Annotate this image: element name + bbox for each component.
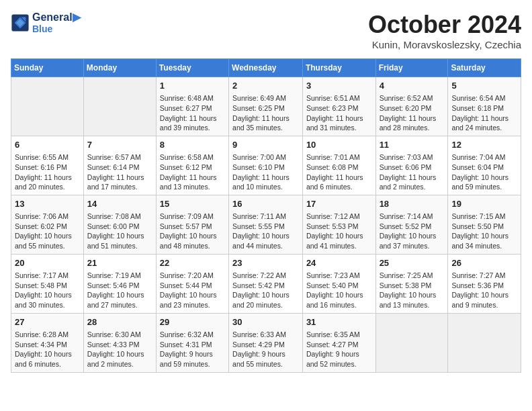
- header-saturday: Saturday: [448, 59, 521, 77]
- calendar-cell: 1Sunrise: 6:48 AMSunset: 6:27 PMDaylight…: [156, 77, 228, 136]
- day-info: Sunrise: 7:14 AMSunset: 5:52 PMDaylight:…: [380, 212, 445, 251]
- calendar-header: SundayMondayTuesdayWednesdayThursdayFrid…: [11, 59, 521, 77]
- day-info: Sunrise: 6:33 AMSunset: 4:29 PMDaylight:…: [232, 330, 299, 369]
- day-number: 20: [15, 257, 80, 269]
- calendar-cell: 8Sunrise: 6:58 AMSunset: 6:12 PMDaylight…: [156, 136, 228, 195]
- day-number: 5: [451, 80, 517, 92]
- day-number: 28: [87, 316, 152, 328]
- header-friday: Friday: [375, 59, 448, 77]
- calendar-cell: 10Sunrise: 7:01 AMSunset: 6:08 PMDayligh…: [302, 136, 375, 195]
- calendar-cell: 29Sunrise: 6:32 AMSunset: 4:31 PMDayligh…: [156, 313, 228, 372]
- day-info: Sunrise: 7:12 AMSunset: 5:53 PMDaylight:…: [306, 212, 372, 251]
- logo: General▶ Blue: [11, 11, 81, 34]
- day-info: Sunrise: 7:15 AMSunset: 5:50 PMDaylight:…: [451, 212, 517, 251]
- day-info: Sunrise: 6:52 AMSunset: 6:20 PMDaylight:…: [380, 93, 445, 133]
- day-number: 8: [160, 139, 225, 151]
- day-info: Sunrise: 7:03 AMSunset: 6:06 PMDaylight:…: [380, 152, 445, 192]
- calendar-cell: 21Sunrise: 7:19 AMSunset: 5:46 PMDayligh…: [83, 254, 156, 313]
- day-number: 29: [160, 316, 225, 328]
- calendar-cell: 24Sunrise: 7:23 AMSunset: 5:40 PMDayligh…: [302, 254, 375, 313]
- calendar-cell: 23Sunrise: 7:22 AMSunset: 5:42 PMDayligh…: [229, 254, 303, 313]
- logo-icon: [11, 13, 30, 32]
- calendar-cell: 4Sunrise: 6:52 AMSunset: 6:20 PMDaylight…: [375, 77, 448, 136]
- header-sunday: Sunday: [11, 59, 84, 77]
- calendar-cell: 9Sunrise: 7:00 AMSunset: 6:10 PMDaylight…: [229, 136, 303, 195]
- day-info: Sunrise: 7:27 AMSunset: 5:36 PMDaylight:…: [451, 271, 517, 310]
- day-number: 11: [380, 139, 445, 151]
- day-info: Sunrise: 6:57 AMSunset: 6:14 PMDaylight:…: [87, 152, 152, 192]
- day-number: 23: [232, 257, 299, 269]
- calendar-cell: [448, 313, 521, 372]
- calendar-cell: 13Sunrise: 7:06 AMSunset: 6:02 PMDayligh…: [11, 195, 84, 254]
- calendar-cell: [11, 77, 84, 136]
- calendar-cell: 20Sunrise: 7:17 AMSunset: 5:48 PMDayligh…: [11, 254, 84, 313]
- calendar-cell: 3Sunrise: 6:51 AMSunset: 6:23 PMDaylight…: [302, 77, 375, 136]
- day-info: Sunrise: 6:51 AMSunset: 6:23 PMDaylight:…: [306, 93, 372, 133]
- header-thursday: Thursday: [302, 59, 375, 77]
- day-info: Sunrise: 6:48 AMSunset: 6:27 PMDaylight:…: [160, 93, 225, 133]
- calendar-cell: 14Sunrise: 7:08 AMSunset: 6:00 PMDayligh…: [83, 195, 156, 254]
- calendar-cell: 26Sunrise: 7:27 AMSunset: 5:36 PMDayligh…: [448, 254, 521, 313]
- day-number: 26: [451, 257, 517, 269]
- day-number: 1: [160, 80, 225, 92]
- day-number: 13: [15, 198, 80, 210]
- header-tuesday: Tuesday: [156, 59, 228, 77]
- day-info: Sunrise: 6:55 AMSunset: 6:16 PMDaylight:…: [15, 152, 80, 192]
- day-number: 27: [15, 316, 80, 328]
- day-info: Sunrise: 6:58 AMSunset: 6:12 PMDaylight:…: [160, 152, 225, 192]
- calendar-cell: 22Sunrise: 7:20 AMSunset: 5:44 PMDayligh…: [156, 254, 228, 313]
- calendar-cell: 2Sunrise: 6:49 AMSunset: 6:25 PMDaylight…: [229, 77, 303, 136]
- day-info: Sunrise: 6:32 AMSunset: 4:31 PMDaylight:…: [160, 330, 225, 369]
- header-row: SundayMondayTuesdayWednesdayThursdayFrid…: [11, 59, 521, 77]
- day-number: 9: [232, 139, 299, 151]
- day-number: 6: [15, 139, 80, 151]
- logo-text: General▶ Blue: [32, 11, 81, 34]
- calendar-cell: 18Sunrise: 7:14 AMSunset: 5:52 PMDayligh…: [375, 195, 448, 254]
- location: Kunin, Moravskoslezsky, Czechia: [368, 39, 521, 50]
- day-number: 25: [380, 257, 445, 269]
- title-area: October 2024 Kunin, Moravskoslezsky, Cze…: [368, 11, 521, 50]
- calendar-cell: 19Sunrise: 7:15 AMSunset: 5:50 PMDayligh…: [448, 195, 521, 254]
- day-number: 31: [306, 316, 372, 328]
- page-header: General▶ Blue October 2024 Kunin, Moravs…: [11, 11, 521, 50]
- calendar-cell: 27Sunrise: 6:28 AMSunset: 4:34 PMDayligh…: [11, 313, 84, 372]
- day-number: 19: [451, 198, 517, 210]
- day-info: Sunrise: 7:25 AMSunset: 5:38 PMDaylight:…: [380, 271, 445, 310]
- day-info: Sunrise: 6:54 AMSunset: 6:18 PMDaylight:…: [451, 93, 517, 133]
- day-info: Sunrise: 7:19 AMSunset: 5:46 PMDaylight:…: [87, 271, 152, 310]
- calendar-table: SundayMondayTuesdayWednesdayThursdayFrid…: [11, 58, 521, 373]
- day-number: 22: [160, 257, 225, 269]
- week-row-5: 27Sunrise: 6:28 AMSunset: 4:34 PMDayligh…: [11, 313, 521, 372]
- calendar-cell: [375, 313, 448, 372]
- day-info: Sunrise: 7:20 AMSunset: 5:44 PMDaylight:…: [160, 271, 225, 310]
- calendar-cell: 25Sunrise: 7:25 AMSunset: 5:38 PMDayligh…: [375, 254, 448, 313]
- calendar-body: 1Sunrise: 6:48 AMSunset: 6:27 PMDaylight…: [11, 77, 521, 373]
- day-number: 18: [380, 198, 445, 210]
- day-number: 3: [306, 80, 372, 92]
- day-info: Sunrise: 7:00 AMSunset: 6:10 PMDaylight:…: [232, 152, 299, 192]
- week-row-4: 20Sunrise: 7:17 AMSunset: 5:48 PMDayligh…: [11, 254, 521, 313]
- day-info: Sunrise: 6:49 AMSunset: 6:25 PMDaylight:…: [232, 93, 299, 133]
- calendar-cell: 7Sunrise: 6:57 AMSunset: 6:14 PMDaylight…: [83, 136, 156, 195]
- day-info: Sunrise: 7:17 AMSunset: 5:48 PMDaylight:…: [15, 271, 80, 310]
- month-title: October 2024: [368, 11, 521, 39]
- calendar-cell: 15Sunrise: 7:09 AMSunset: 5:57 PMDayligh…: [156, 195, 228, 254]
- day-number: 14: [87, 198, 152, 210]
- day-number: 7: [87, 139, 152, 151]
- day-info: Sunrise: 7:01 AMSunset: 6:08 PMDaylight:…: [306, 152, 372, 192]
- day-info: Sunrise: 7:08 AMSunset: 6:00 PMDaylight:…: [87, 212, 152, 251]
- day-number: 21: [87, 257, 152, 269]
- calendar-cell: 28Sunrise: 6:30 AMSunset: 4:33 PMDayligh…: [83, 313, 156, 372]
- week-row-2: 6Sunrise: 6:55 AMSunset: 6:16 PMDaylight…: [11, 136, 521, 195]
- day-number: 2: [232, 80, 299, 92]
- calendar-cell: 17Sunrise: 7:12 AMSunset: 5:53 PMDayligh…: [302, 195, 375, 254]
- week-row-3: 13Sunrise: 7:06 AMSunset: 6:02 PMDayligh…: [11, 195, 521, 254]
- header-wednesday: Wednesday: [229, 59, 303, 77]
- day-number: 10: [306, 139, 372, 151]
- calendar-cell: 6Sunrise: 6:55 AMSunset: 6:16 PMDaylight…: [11, 136, 84, 195]
- day-number: 12: [451, 139, 517, 151]
- calendar-cell: 11Sunrise: 7:03 AMSunset: 6:06 PMDayligh…: [375, 136, 448, 195]
- day-info: Sunrise: 7:09 AMSunset: 5:57 PMDaylight:…: [160, 212, 225, 251]
- header-monday: Monday: [83, 59, 156, 77]
- day-number: 30: [232, 316, 299, 328]
